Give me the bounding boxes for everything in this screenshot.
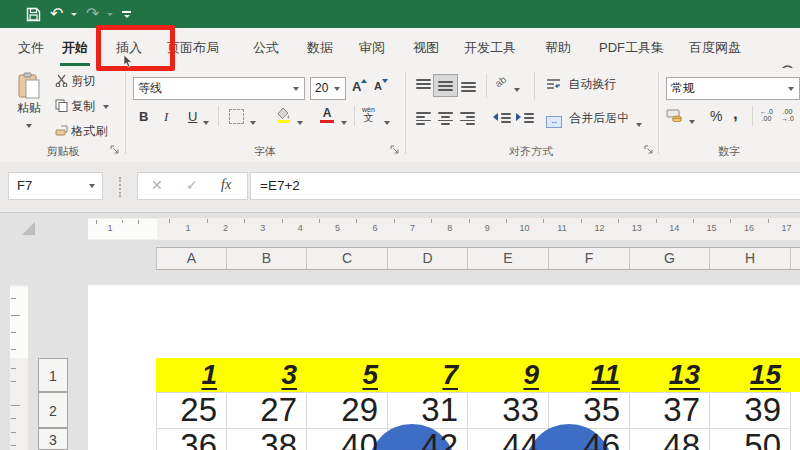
fill-color-button[interactable]	[276, 107, 292, 123]
tab-pdf-tools[interactable]: PDF工具集	[595, 28, 668, 68]
tab-file[interactable]: 文件	[14, 28, 48, 68]
column-header-A[interactable]: A	[157, 248, 227, 269]
column-header-G[interactable]: G	[630, 248, 710, 269]
save-button[interactable]	[26, 0, 41, 28]
cell[interactable]: 25	[156, 392, 217, 428]
paste-button[interactable]: 粘贴	[10, 72, 48, 131]
cell[interactable]: 5	[306, 358, 378, 392]
name-box-resize-handle[interactable]	[119, 177, 121, 197]
tab-view[interactable]: 视图	[409, 28, 443, 68]
cell[interactable]: 39	[709, 392, 781, 428]
align-center-button[interactable]	[438, 112, 453, 125]
number-format-combo[interactable]: 常规	[666, 77, 800, 100]
column-header-C[interactable]: C	[307, 248, 388, 269]
cell[interactable]: 42	[387, 428, 458, 450]
column-header-E[interactable]: E	[468, 248, 549, 269]
insert-function-icon[interactable]: fx	[221, 177, 231, 193]
copy-button[interactable]: 复制	[55, 98, 109, 115]
cancel-icon[interactable]: ✕	[151, 177, 163, 193]
font-dialog-launcher[interactable]	[390, 145, 400, 155]
cell[interactable]: 27	[226, 392, 297, 428]
alignment-dialog-launcher[interactable]	[644, 145, 654, 155]
select-all-button[interactable]	[22, 222, 35, 235]
column-header-H[interactable]: H	[710, 248, 791, 269]
cell[interactable]: 44	[467, 428, 539, 450]
redo-dropdown[interactable]	[107, 0, 113, 28]
tab-review[interactable]: 审阅	[355, 28, 389, 68]
tab-developer[interactable]: 开发工具	[460, 28, 520, 68]
decrease-font-size-button[interactable]: A	[374, 79, 388, 93]
cell[interactable]: 3	[226, 358, 297, 392]
cell[interactable]: 50	[709, 428, 781, 450]
underline-dropdown[interactable]	[203, 115, 209, 129]
font-name-combo[interactable]: 等线	[133, 77, 305, 100]
cell[interactable]: 9	[467, 358, 539, 392]
cell[interactable]: 46	[548, 428, 620, 450]
italic-button[interactable]: I	[164, 109, 168, 125]
cell[interactable]: 33	[467, 392, 539, 428]
cell[interactable]: 1	[156, 358, 217, 392]
redo-button[interactable]: ↷	[86, 0, 99, 28]
bottom-align-button[interactable]	[461, 79, 476, 92]
fill-color-dropdown[interactable]	[297, 115, 303, 129]
cell[interactable]: 40	[306, 428, 378, 450]
cell[interactable]: 38	[226, 428, 297, 450]
cell[interactable]: 37	[629, 392, 700, 428]
borders-button[interactable]	[229, 109, 244, 127]
format-painter-button[interactable]: 格式刷	[55, 123, 107, 140]
borders-dropdown[interactable]	[250, 115, 256, 129]
tab-help[interactable]: 帮助	[541, 28, 575, 68]
increase-decimal-button[interactable]: ←.0 .00	[760, 108, 773, 122]
font-size-combo[interactable]: 20	[310, 77, 346, 100]
cell[interactable]: 48	[629, 428, 700, 450]
orientation-button[interactable]: ab	[493, 74, 509, 90]
column-header-F[interactable]: F	[549, 248, 630, 269]
undo-dropdown[interactable]	[71, 0, 77, 28]
enter-icon[interactable]: ✓	[186, 177, 198, 193]
tab-home[interactable]: 开始	[58, 28, 92, 68]
comma-style-button[interactable]: ,	[733, 104, 738, 124]
cell[interactable]: 11	[548, 358, 620, 392]
increase-font-size-button[interactable]: A	[352, 79, 367, 94]
worksheet-grid[interactable]: 1357911131525272931333537393638404244464…	[88, 285, 800, 450]
underline-button[interactable]: U	[188, 109, 197, 124]
cell[interactable]: 29	[306, 392, 378, 428]
cell[interactable]: 35	[548, 392, 620, 428]
cut-button[interactable]: 剪切	[55, 73, 95, 90]
row-header-1[interactable]: 1	[38, 358, 68, 392]
percent-style-button[interactable]: %	[710, 108, 722, 124]
orientation-dropdown[interactable]	[514, 82, 520, 96]
align-left-button[interactable]	[416, 112, 431, 125]
tab-data[interactable]: 数据	[303, 28, 337, 68]
row-header-2[interactable]: 2	[38, 392, 68, 428]
column-header-D[interactable]: D	[388, 248, 468, 269]
clipboard-dialog-launcher[interactable]	[110, 145, 120, 155]
cell[interactable]: 13	[629, 358, 700, 392]
cell[interactable]: 36	[156, 428, 217, 450]
accounting-format-button[interactable]	[666, 108, 683, 122]
cell[interactable]: 15	[709, 358, 781, 392]
increase-indent-button[interactable]	[516, 112, 534, 126]
decrease-decimal-button[interactable]: .00 →.0	[781, 108, 794, 122]
undo-button[interactable]: ↶	[50, 0, 63, 28]
tab-baidu-netdisk[interactable]: 百度网盘	[685, 28, 745, 68]
cell[interactable]: 7	[387, 358, 458, 392]
decrease-indent-button[interactable]	[493, 112, 511, 126]
cell[interactable]: 31	[387, 392, 458, 428]
font-color-dropdown[interactable]	[341, 115, 347, 129]
row-header-3[interactable]: 3	[38, 428, 68, 450]
phonetic-guide-dropdown[interactable]	[384, 115, 390, 129]
merge-center-button[interactable]: ↔ 合并后居中	[546, 110, 629, 128]
wrap-text-button[interactable]: 自动换行	[546, 76, 616, 93]
column-header-B[interactable]: B	[227, 248, 307, 269]
middle-align-button[interactable]	[433, 74, 458, 97]
font-color-button[interactable]: A	[320, 108, 334, 123]
bold-button[interactable]: B	[139, 109, 148, 124]
phonetic-guide-button[interactable]: wén 文	[362, 106, 375, 122]
tab-formulas[interactable]: 公式	[249, 28, 283, 68]
merge-center-dropdown[interactable]	[636, 117, 642, 131]
align-right-button[interactable]	[460, 112, 475, 125]
formula-input[interactable]: =E7+2	[250, 172, 800, 200]
top-align-button[interactable]	[416, 79, 431, 92]
customize-quick-access-button[interactable]	[122, 0, 131, 28]
